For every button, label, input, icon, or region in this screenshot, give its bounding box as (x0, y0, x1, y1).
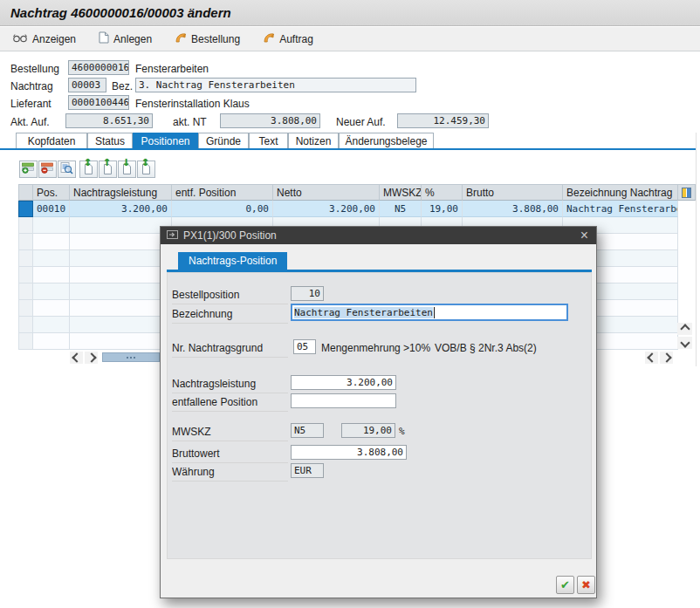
cell-nachtragsleistung[interactable] (70, 333, 172, 350)
cell-nachtragsleistung[interactable] (70, 284, 172, 300)
cell-nachtragsleistung[interactable] (70, 300, 172, 317)
nachtrag-field[interactable]: 00003 (68, 78, 106, 92)
cell-pos[interactable] (33, 250, 70, 267)
cell-brutto[interactable]: 3.808,00 (463, 201, 563, 217)
ribbon-icon (175, 31, 187, 46)
lieferant-field[interactable]: 0000100446 (68, 95, 129, 110)
bruttowert-label: Bruttowert (172, 447, 288, 463)
dialog-tab-nachtrags-position[interactable]: Nachtrags-Position (178, 252, 287, 270)
selected-text: Nachtrag Fensterarbeiten (294, 307, 433, 318)
mwskz-label: MWSKZ (172, 426, 288, 441)
bezeichnung-field[interactable]: Nachtrag Fensterarbeiten (291, 304, 568, 321)
auftrag-button[interactable]: Auftrag (257, 29, 319, 49)
cell-bezeichnung[interactable]: Nachtrag Fensterarbeiten (563, 201, 678, 217)
page-down-button[interactable]: ↓ (118, 161, 136, 178)
cell-nachtragsleistung[interactable] (70, 217, 172, 234)
page-up-button[interactable]: ↑ (99, 161, 117, 178)
cell-pos[interactable] (33, 234, 70, 250)
cell-pos[interactable] (33, 284, 70, 300)
focus-corner-mark (562, 315, 568, 321)
header-netto: Netto (273, 184, 380, 201)
page-up-icon: ↑ (104, 164, 112, 174)
delete-row-button[interactable] (38, 161, 57, 178)
akt-nt-label: akt. NT (173, 115, 207, 129)
scroll-first-button[interactable]: ↕ (79, 161, 98, 178)
cell-nachtragsleistung[interactable] (70, 267, 172, 284)
dialog-titlebar[interactable]: PX1(1)/300 Position × (161, 227, 596, 244)
row-selector-cell[interactable] (18, 317, 33, 333)
bruttowert-field[interactable]: 3.808,00 (291, 445, 407, 460)
scroll-left-button[interactable] (70, 352, 83, 364)
scroll-right-button-right[interactable] (660, 352, 673, 364)
cell-nachtragsleistung[interactable] (70, 250, 172, 267)
tab-positionen[interactable]: Positionen (133, 133, 198, 148)
scroll-down-button[interactable] (677, 337, 692, 349)
row-selector-cell[interactable] (18, 284, 33, 300)
header-nachtragsleistung: Nachtragsleistung (70, 184, 172, 201)
focus-corner-mark (562, 304, 568, 310)
bestellposition-field: 10 (291, 286, 324, 301)
sap-window: Nachtrag 4600000016/00003 ändern Anzeige… (0, 0, 700, 608)
nachtragsleistung-field[interactable]: 3.200,00 (291, 375, 396, 390)
row-selector-cell[interactable] (18, 201, 33, 217)
row-selector-cell[interactable] (18, 267, 33, 284)
row-selector-cell[interactable] (18, 300, 33, 317)
mwskz-field: N5 (291, 423, 324, 438)
table-row-selected[interactable]: 00010 3.200,00 0,00 3.200,00 N5 19,00 3.… (18, 201, 678, 217)
tab-aenderungsbelege[interactable]: Änderungsbelege (339, 133, 434, 148)
cell-pos[interactable] (33, 333, 70, 350)
bestellung-text: Fensterarbeiten (135, 62, 209, 76)
bestellung-button[interactable]: Bestellung (169, 29, 245, 49)
row-selector-cell[interactable] (18, 250, 33, 267)
header-mwskz: MWSKZ (380, 184, 422, 201)
row-selector-cell[interactable] (18, 333, 33, 350)
nachtragsleistung-label: Nachtragsleistung (172, 378, 288, 393)
scroll-last-button[interactable]: ↕ (137, 161, 155, 178)
confirm-button[interactable]: ✔ (556, 576, 574, 594)
bestellung-field[interactable]: 4600000016 (68, 60, 129, 75)
row-selector-cell[interactable] (18, 234, 33, 250)
tab-text[interactable]: Text (249, 133, 288, 148)
tab-status[interactable]: Status (87, 133, 133, 148)
tab-gruende[interactable]: Gründe (198, 133, 249, 148)
cell-nachtragsleistung[interactable] (70, 317, 172, 333)
scroll-up-button[interactable] (677, 323, 692, 335)
cell-entf-position[interactable]: 0,00 (172, 201, 273, 217)
header-selector-cell (18, 184, 33, 201)
cell-pos[interactable]: 00010 (33, 201, 70, 217)
scroll-left-button-right[interactable] (645, 352, 658, 364)
cell-nachtragsleistung[interactable] (70, 234, 172, 250)
detail-view-button[interactable] (58, 161, 76, 178)
anlegen-button[interactable]: Anlegen (93, 29, 157, 49)
entfallene-position-field[interactable] (291, 393, 396, 408)
cell-netto[interactable]: 3.200,00 (273, 201, 380, 217)
anzeigen-button[interactable]: Anzeigen (7, 31, 81, 48)
focus-corner-mark (291, 315, 297, 321)
cell-pos[interactable] (33, 317, 70, 333)
row-selector-cell[interactable] (18, 217, 33, 234)
cancel-icon: ✖ (581, 578, 591, 591)
tab-notizen[interactable]: Notizen (288, 133, 339, 148)
page-updown-icon: ↕ (85, 164, 93, 174)
tab-kopfdaten[interactable]: Kopfdaten (16, 133, 87, 148)
table-settings-icon[interactable] (682, 188, 691, 198)
akt-nt-field: 3.808,00 (220, 113, 320, 128)
cell-pos[interactable] (33, 267, 70, 284)
cell-nachtragsleistung[interactable]: 3.200,00 (70, 201, 172, 217)
app-toolbar: Anzeigen Anlegen Bestellung Auftrag (0, 27, 700, 51)
nachtragsgrund-field[interactable]: 05 (293, 339, 316, 354)
cell-pos[interactable] (33, 217, 70, 234)
cell-mwskz[interactable]: N5 (380, 201, 422, 217)
nachtragsgrund-text2: VOB/B § 2Nr.3 Abs(2) (435, 341, 537, 355)
dialog-close-button[interactable]: × (579, 229, 590, 243)
waehrung-label: Währung (172, 466, 288, 482)
scroll-right-button[interactable] (85, 352, 98, 364)
bez-field[interactable]: 3. Nachtrag Fensterarbeiten (135, 78, 416, 92)
cell-prozent[interactable]: 19,00 (422, 201, 463, 217)
cell-pos[interactable] (33, 300, 70, 317)
h-scrollbar-thumb[interactable] (102, 352, 160, 362)
cancel-button[interactable]: ✖ (577, 576, 595, 594)
nachtrag-label: Nachtrag (10, 79, 53, 93)
insert-row-button[interactable] (19, 161, 38, 178)
lieferant-label: Lieferant (10, 97, 51, 111)
